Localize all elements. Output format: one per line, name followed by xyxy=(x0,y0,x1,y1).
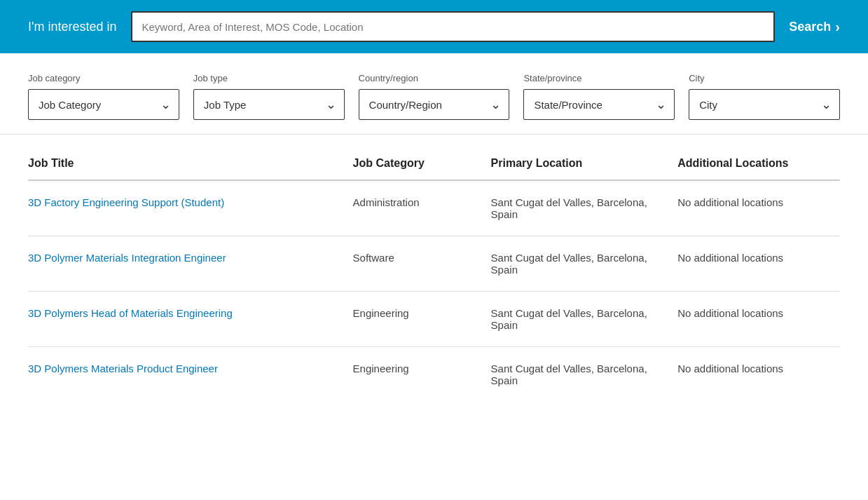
search-header: I'm interested in Search › xyxy=(0,0,868,53)
search-button[interactable]: Search › xyxy=(789,19,840,35)
job-category-filter: Job category Job Category ⌄ xyxy=(28,73,179,120)
job-title-link[interactable]: 3D Polymers Materials Product Engineer xyxy=(28,363,218,374)
job-category-cell: Engineering xyxy=(353,292,491,347)
filters-section: Job category Job Category ⌄ Job type Job… xyxy=(0,53,868,135)
search-button-label: Search xyxy=(789,20,831,34)
job-title-link[interactable]: 3D Polymers Head of Materials Engineerin… xyxy=(28,307,233,319)
primary-location-cell: Sant Cugat del Valles, Barcelona, Spain xyxy=(491,180,678,236)
additional-locations-cell: No additional locations xyxy=(677,292,840,347)
job-category-select[interactable]: Job Category xyxy=(28,89,179,120)
job-type-select-wrapper: Job Type ⌄ xyxy=(193,89,345,120)
jobs-table: Job Title Job Category Primary Location … xyxy=(28,149,840,402)
city-select[interactable]: City xyxy=(689,89,840,120)
job-title-link[interactable]: 3D Factory Engineering Support (Student) xyxy=(28,196,224,208)
jobs-table-section: Job Title Job Category Primary Location … xyxy=(0,135,868,416)
job-title-link[interactable]: 3D Polymer Materials Integration Enginee… xyxy=(28,252,226,264)
primary-location-cell: Sant Cugat del Valles, Barcelona, Spain xyxy=(491,292,678,347)
job-type-select[interactable]: Job Type xyxy=(193,89,345,120)
col-header-additional-locations: Additional Locations xyxy=(677,149,840,180)
col-header-title: Job Title xyxy=(28,149,353,180)
additional-locations-cell: No additional locations xyxy=(677,180,840,236)
city-filter: City City ⌄ xyxy=(689,73,840,120)
search-input[interactable] xyxy=(131,11,776,42)
state-province-label: State/province xyxy=(523,73,675,83)
additional-locations-cell: No additional locations xyxy=(677,347,840,403)
job-category-select-wrapper: Job Category ⌄ xyxy=(28,89,179,120)
job-category-cell: Software xyxy=(353,236,491,292)
col-header-category: Job Category xyxy=(353,149,491,180)
country-region-filter: Country/region Country/Region ⌄ xyxy=(359,73,510,120)
state-province-select-wrapper: State/Province ⌄ xyxy=(523,89,675,120)
job-category-label: Job category xyxy=(28,73,179,83)
country-region-select[interactable]: Country/Region xyxy=(359,89,510,120)
city-select-wrapper: City ⌄ xyxy=(689,89,840,120)
job-type-label: Job type xyxy=(193,73,345,83)
table-header-row: Job Title Job Category Primary Location … xyxy=(28,149,840,180)
country-region-select-wrapper: Country/Region ⌄ xyxy=(359,89,510,120)
job-category-cell: Engineering xyxy=(353,347,491,403)
primary-location-cell: Sant Cugat del Valles, Barcelona, Spain xyxy=(491,236,678,292)
job-category-cell: Administration xyxy=(353,180,491,236)
search-label: I'm interested in xyxy=(28,20,117,34)
job-type-filter: Job type Job Type ⌄ xyxy=(193,73,345,120)
state-province-select[interactable]: State/Province xyxy=(523,89,675,120)
additional-locations-cell: No additional locations xyxy=(677,236,840,292)
col-header-primary-location: Primary Location xyxy=(491,149,678,180)
table-row: 3D Polymers Head of Materials Engineerin… xyxy=(28,292,840,347)
country-region-label: Country/region xyxy=(359,73,510,83)
table-row: 3D Factory Engineering Support (Student)… xyxy=(28,180,840,236)
city-label: City xyxy=(689,73,840,83)
search-chevron-icon: › xyxy=(835,19,840,35)
table-row: 3D Polymers Materials Product EngineerEn… xyxy=(28,347,840,403)
table-row: 3D Polymer Materials Integration Enginee… xyxy=(28,236,840,292)
primary-location-cell: Sant Cugat del Valles, Barcelona, Spain xyxy=(491,347,678,403)
state-province-filter: State/province State/Province ⌄ xyxy=(523,73,675,120)
